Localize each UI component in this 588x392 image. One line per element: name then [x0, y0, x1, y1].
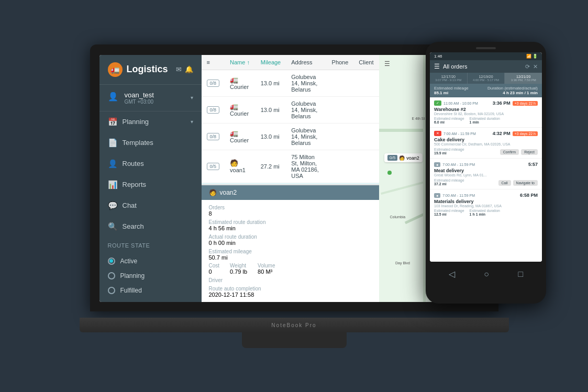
- table-row[interactable]: 0/8 🚛 Courier 13.0 mi Golubeva 14, Minsk…: [202, 123, 379, 150]
- user-avatar-icon: 👤: [108, 92, 120, 104]
- phone-screen: 1:46 📶 🔋 ☰ All orders ⟳ ✕ 12/17/20 3:07 …: [430, 52, 542, 262]
- map-badge-text: 0/5: [387, 155, 397, 161]
- map-label-columbia: Columbia: [390, 215, 406, 219]
- phone-order-3-address: Great Woods Rd, Lynn, MA 01...: [434, 173, 538, 177]
- phone-date-tab-3[interactable]: 12/21/20 3:36 PM, 7:50 PM: [505, 73, 542, 84]
- chat-icon: 💬: [108, 201, 117, 210]
- phone-frame: 1:46 📶 🔋 ☰ All orders ⟳ ✕ 12/17/20 3:07 …: [426, 42, 546, 304]
- truck-icon: 🚛: [230, 129, 238, 137]
- phone-order-4-arrival: 6:58 PM: [520, 193, 538, 198]
- bell-icon[interactable]: 🔔: [185, 65, 193, 73]
- user-info: voan_test GMT +03:00: [125, 91, 186, 105]
- route-state-planning[interactable]: Planning: [99, 268, 202, 283]
- phone-order-4-badge: ●: [434, 193, 440, 198]
- phone-order-item-3[interactable]: ● 7:00 AM - 11:59 PM 5:57 Meat delivery …: [430, 159, 542, 189]
- nav-item-reports[interactable]: 📊 Reports: [99, 174, 202, 195]
- table-row[interactable]: 0/5 🧑 voan1 27.2 mi 75 Milton St, Milton…: [202, 150, 379, 183]
- row-badge: 0/8: [207, 80, 220, 87]
- sidebar-header-icons: ✉ 🔔: [176, 65, 193, 73]
- table-section: ≡ Name ↑ Mileage Address Phone Client: [202, 55, 379, 302]
- col-name[interactable]: Name ↑: [225, 55, 256, 70]
- user-section[interactable]: 👤 voan_test GMT +03:00 ▾: [99, 85, 202, 111]
- message-icon[interactable]: ✉: [176, 65, 182, 73]
- phone-order-item-1[interactable]: ✓ 11:00 AM - 10:00 PM 3:36 PM +3 days 22…: [430, 97, 542, 128]
- route-state-active[interactable]: Active: [99, 254, 202, 268]
- phone-back-icon[interactable]: ◁: [449, 269, 455, 279]
- col-client[interactable]: Client: [353, 55, 379, 70]
- table-area: ≡ Name ↑ Mileage Address Phone Client: [202, 55, 379, 184]
- phone-home-icon[interactable]: ○: [484, 270, 489, 279]
- truck-icon: 🚛: [230, 103, 238, 110]
- phone-status-bar: 1:46 📶 🔋: [430, 52, 542, 60]
- phone-order-item-2[interactable]: ✕ 7:00 AM - 11:59 PM 4:32 PM +3 days 22 …: [430, 128, 542, 159]
- table-row[interactable]: 0/8 🚛 Courier 13.0 mi Golubeva 14, Minsk…: [202, 96, 379, 123]
- phone-order-1-delay: +3 days 22 h: [513, 101, 538, 106]
- phone-order-3-navigate[interactable]: Navigate to: [513, 180, 538, 186]
- nav-item-planning[interactable]: 📅 Planning ▾: [99, 111, 202, 132]
- person-icon: 🧑: [230, 159, 238, 167]
- phone-mileage-label: Estimated mileage: [434, 86, 469, 91]
- phone-order-2-badge: ✕: [434, 131, 441, 136]
- reports-icon: 📊: [108, 180, 117, 189]
- map-label-e4th: E 4th St: [412, 117, 425, 120]
- map-menu-icon[interactable]: ☰: [384, 60, 390, 68]
- phone-order-1-name: Warehouse #2: [434, 107, 538, 112]
- route-auto-value: 2020-12-17 11:58: [209, 292, 254, 298]
- phone-duration: 4 h 23 min / 1 min: [503, 91, 538, 95]
- phone-stats: Estimated mileage85.1 mi Duration (estim…: [430, 84, 542, 97]
- weight-value: 0.79 lb: [230, 268, 247, 275]
- phone-recent-icon[interactable]: □: [518, 270, 524, 279]
- nav-label-planning: Planning: [123, 118, 185, 126]
- phone-order-2-reject[interactable]: Reject: [521, 149, 538, 155]
- map-label-daybvd: Day Blvd: [395, 261, 410, 265]
- route-state-fulfilled[interactable]: Fulfilled: [99, 283, 202, 298]
- route-auto-label: Route auto completion: [209, 286, 261, 292]
- nav-item-search[interactable]: 🔍 Search: [99, 216, 202, 237]
- row-badge: 0/8: [207, 106, 220, 114]
- phone-order-1-badge: ✓: [434, 100, 441, 106]
- phone-order-2-arrival: 4:32 PM: [493, 131, 511, 136]
- phone-close-icon[interactable]: ✕: [533, 63, 538, 70]
- phone-order-3-badge: ●: [434, 162, 440, 167]
- radio-planning: [108, 272, 115, 279]
- phone-nav-title: All orders: [443, 63, 522, 70]
- nav-item-chat[interactable]: 💬 Chat: [99, 195, 202, 216]
- driver-label: Driver: [209, 277, 223, 283]
- weight-label: Weight: [230, 263, 247, 268]
- phone-order-2-confirm[interactable]: Confirm: [500, 149, 519, 155]
- route-detail-panel: 🧑 voan2 Orders 8 Estimated rou: [202, 184, 379, 302]
- col-address[interactable]: Address: [286, 55, 326, 70]
- map-route-badge: 0/5 🧑 voan2: [384, 153, 423, 162]
- laptop-base: [80, 318, 509, 332]
- radio-fulfilled: [108, 287, 115, 294]
- user-chevron-icon: ▾: [191, 95, 193, 100]
- planning-chevron-icon: ▾: [191, 119, 193, 125]
- phone-order-4-address: 103 Inwood Dr, Reading, MA 01867, USA: [434, 204, 538, 208]
- col-mileage[interactable]: Mileage: [256, 55, 286, 70]
- col-phone[interactable]: Phone: [327, 55, 354, 70]
- phone-order-2-time-range: 7:00 AM - 11:59 PM: [443, 132, 476, 136]
- phone-refresh-icon[interactable]: ⟳: [525, 63, 530, 70]
- orders-label: Orders: [209, 205, 225, 210]
- phone-speaker: [476, 47, 496, 49]
- phone-order-1-arrival: 3:36 PM: [493, 100, 511, 106]
- row-badge: 0/8: [207, 133, 220, 140]
- phone-nav-bar: ☰ All orders ⟳ ✕: [430, 60, 542, 73]
- phone-bottom-nav: ◁ ○ □: [430, 264, 542, 284]
- phone-order-3-arrival: 5:57: [528, 162, 538, 167]
- templates-icon: 📄: [108, 138, 117, 148]
- table-row[interactable]: 0/8 🚛 Courier 13.0 mi Golubeva 14, Minsk…: [202, 70, 379, 96]
- phone-date-tab-1[interactable]: 12/17/20 3:07 PM - 9:13 PM: [430, 73, 468, 84]
- phone-order-item-4[interactable]: ● 7:00 AM - 11:59 PM 6:58 PM Materials d…: [430, 189, 542, 219]
- nav-item-templates[interactable]: 📄 Templates: [99, 132, 202, 153]
- routes-icon: 👤: [108, 159, 117, 169]
- nav-item-routes[interactable]: 👤 Routes: [99, 153, 202, 174]
- phone-order-3-call[interactable]: Call: [498, 180, 511, 186]
- route-state-label: Route state: [99, 237, 202, 254]
- driver-icon: 🧑: [209, 189, 217, 196]
- phone-date-tab-2[interactable]: 12/19/20 4:00 PM - 5:17 PM: [468, 73, 505, 84]
- nav-label-templates: Templates: [123, 139, 193, 147]
- phone-duration-label: Duration (estimated/actual): [487, 86, 538, 91]
- cost-value: 0: [209, 268, 220, 275]
- phone-menu-icon[interactable]: ☰: [434, 63, 440, 70]
